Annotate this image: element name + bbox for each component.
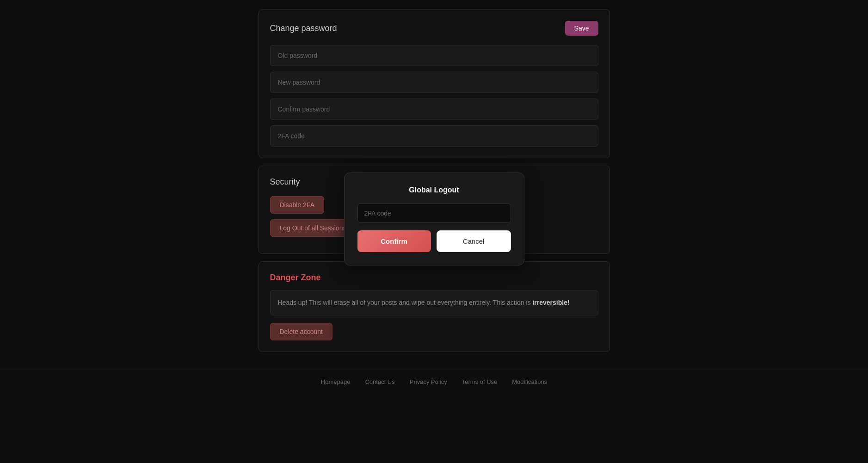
- change-password-section: Change password Save: [259, 9, 610, 158]
- save-button[interactable]: Save: [565, 21, 598, 36]
- confirm-button[interactable]: Confirm: [357, 230, 431, 252]
- modal-title: Global Logout: [357, 186, 511, 194]
- cancel-button[interactable]: Cancel: [437, 230, 511, 252]
- danger-warning-box: Heads up! This will erase all of your po…: [270, 290, 598, 315]
- change-password-title: Change password: [270, 24, 337, 33]
- security-wrapper: Security Disable 2FA Log Out of all Sess…: [270, 177, 598, 237]
- footer: Homepage Contact Us Privacy Policy Terms…: [0, 369, 868, 395]
- delete-account-button[interactable]: Delete account: [270, 323, 332, 340]
- logout-all-sessions-button[interactable]: Log Out of all Sessions: [270, 219, 356, 237]
- footer-link-modifications[interactable]: Modifications: [512, 378, 547, 385]
- twofa-code-input[interactable]: [270, 125, 598, 147]
- new-password-input[interactable]: [270, 72, 598, 93]
- security-section: Security Disable 2FA Log Out of all Sess…: [259, 166, 610, 254]
- disable-2fa-button[interactable]: Disable 2FA: [270, 196, 324, 214]
- footer-link-homepage[interactable]: Homepage: [321, 378, 351, 385]
- danger-warning-text: Heads up! This will erase all of your po…: [278, 299, 570, 306]
- modal-twofa-input[interactable]: [357, 204, 511, 223]
- old-password-input[interactable]: [270, 45, 598, 66]
- global-logout-modal: Global Logout Confirm Cancel: [344, 173, 524, 265]
- modal-buttons: Confirm Cancel: [357, 230, 511, 252]
- footer-link-privacy[interactable]: Privacy Policy: [410, 378, 447, 385]
- footer-link-contact[interactable]: Contact Us: [365, 378, 394, 385]
- footer-link-terms[interactable]: Terms of Use: [462, 378, 498, 385]
- danger-zone-section: Danger Zone Heads up! This will erase al…: [259, 261, 610, 352]
- modal-card: Global Logout Confirm Cancel: [344, 173, 524, 265]
- danger-zone-title: Danger Zone: [270, 273, 598, 283]
- section-header: Change password Save: [270, 21, 598, 36]
- confirm-password-input[interactable]: [270, 99, 598, 120]
